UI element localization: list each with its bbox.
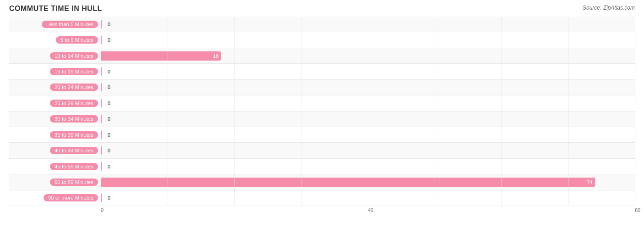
bar-area: 0 bbox=[101, 95, 635, 111]
bar-area: 0 bbox=[101, 190, 635, 206]
bar-value: 0 bbox=[108, 132, 110, 138]
bar-row: 90 or more Minutes0 bbox=[9, 190, 635, 206]
bar-label-text: 5 to 9 Minutes bbox=[56, 36, 98, 44]
bar-label: 5 to 9 Minutes bbox=[9, 35, 101, 45]
bar-label-text: 35 to 39 Minutes bbox=[50, 131, 98, 139]
bar-fill bbox=[101, 35, 102, 45]
bar-area: 0 bbox=[101, 17, 635, 32]
bar-fill: 18 bbox=[101, 51, 221, 61]
bar-label: 20 to 24 Minutes bbox=[9, 83, 101, 92]
bar-row: 20 to 24 Minutes0 bbox=[9, 80, 635, 95]
bar-area: 0 bbox=[101, 127, 635, 142]
bar-row: 15 to 19 Minutes0 bbox=[9, 64, 635, 79]
bar-fill bbox=[101, 146, 102, 155]
bar-fill bbox=[101, 162, 102, 171]
bar-fill bbox=[101, 67, 102, 76]
bar-fill bbox=[101, 193, 102, 202]
x-axis-label: 0 bbox=[101, 207, 104, 213]
grid-line bbox=[635, 17, 635, 206]
bar-area: 0 bbox=[101, 80, 635, 95]
bar-label-text: 40 to 44 Minutes bbox=[50, 147, 98, 154]
bar-label: 35 to 39 Minutes bbox=[9, 130, 101, 140]
bar-value: 0 bbox=[108, 69, 110, 74]
bar-value: 0 bbox=[108, 148, 110, 153]
bar-area: 0 bbox=[101, 112, 635, 127]
bar-label: 40 to 44 Minutes bbox=[9, 146, 101, 155]
bar-label: Less than 5 Minutes bbox=[9, 20, 101, 29]
chart-title: COMMUTE TIME IN HULL bbox=[9, 5, 102, 13]
bar-label: 10 to 14 Minutes bbox=[9, 51, 101, 61]
bar-fill bbox=[101, 114, 102, 123]
bar-label: 15 to 19 Minutes bbox=[9, 67, 101, 76]
bar-row: Less than 5 Minutes0 bbox=[9, 17, 635, 32]
bar-value: 0 bbox=[108, 22, 110, 27]
bar-row: 5 to 9 Minutes0 bbox=[9, 32, 635, 48]
chart-header: COMMUTE TIME IN HULL Source: ZipAtlas.co… bbox=[9, 5, 635, 13]
bar-row: 25 to 29 Minutes0 bbox=[9, 95, 635, 111]
bar-label: 60 to 89 Minutes bbox=[9, 178, 101, 187]
bar-label-text: 45 to 59 Minutes bbox=[50, 163, 98, 170]
x-axis-label: 80 bbox=[635, 207, 640, 213]
bar-fill bbox=[101, 20, 102, 29]
bar-area: 0 bbox=[101, 143, 635, 158]
bar-label: 25 to 29 Minutes bbox=[9, 99, 101, 108]
bar-label: 30 to 34 Minutes bbox=[9, 114, 101, 123]
bar-label-text: Less than 5 Minutes bbox=[42, 21, 98, 28]
bar-label-text: 10 to 14 Minutes bbox=[50, 52, 98, 60]
bar-label: 90 or more Minutes bbox=[9, 193, 101, 202]
bar-value: 0 bbox=[108, 195, 110, 201]
bar-label-text: 60 to 89 Minutes bbox=[50, 179, 98, 186]
chart-body: Less than 5 Minutes05 to 9 Minutes010 to… bbox=[9, 17, 635, 206]
bar-row: 10 to 14 Minutes18 bbox=[9, 48, 635, 64]
bar-label-text: 15 to 19 Minutes bbox=[50, 68, 98, 75]
x-axis-label: 40 bbox=[368, 207, 373, 213]
bar-fill bbox=[101, 83, 102, 92]
bar-area: 74 bbox=[101, 174, 635, 190]
bar-row: 35 to 39 Minutes0 bbox=[9, 127, 635, 143]
bar-row: 40 to 44 Minutes0 bbox=[9, 143, 635, 158]
bar-value: 0 bbox=[108, 116, 110, 122]
bar-value: 0 bbox=[108, 100, 110, 106]
bar-area: 18 bbox=[101, 48, 635, 63]
bar-label: 45 to 59 Minutes bbox=[9, 162, 101, 171]
bar-label-text: 30 to 34 Minutes bbox=[50, 115, 98, 123]
bar-row: 45 to 59 Minutes0 bbox=[9, 159, 635, 174]
bar-value: 0 bbox=[108, 84, 110, 90]
bar-value: 0 bbox=[108, 164, 110, 169]
bar-value: 0 bbox=[108, 37, 110, 43]
bar-value: 18 bbox=[213, 53, 218, 59]
bar-area: 0 bbox=[101, 64, 635, 79]
bar-row: 60 to 89 Minutes74 bbox=[9, 174, 635, 190]
chart-source: Source: ZipAtlas.com bbox=[583, 5, 635, 11]
bar-fill: 74 bbox=[101, 178, 595, 187]
chart-container: COMMUTE TIME IN HULL Source: ZipAtlas.co… bbox=[0, 0, 644, 240]
bar-label-text: 90 or more Minutes bbox=[44, 194, 98, 201]
bar-label-text: 25 to 29 Minutes bbox=[50, 100, 98, 107]
bar-value: 74 bbox=[587, 179, 592, 185]
bar-area: 0 bbox=[101, 32, 635, 47]
bar-fill bbox=[101, 99, 102, 108]
bar-label-text: 20 to 24 Minutes bbox=[50, 84, 98, 91]
bar-area: 0 bbox=[101, 159, 635, 174]
bar-row: 30 to 34 Minutes0 bbox=[9, 112, 635, 127]
bar-fill bbox=[101, 130, 102, 140]
